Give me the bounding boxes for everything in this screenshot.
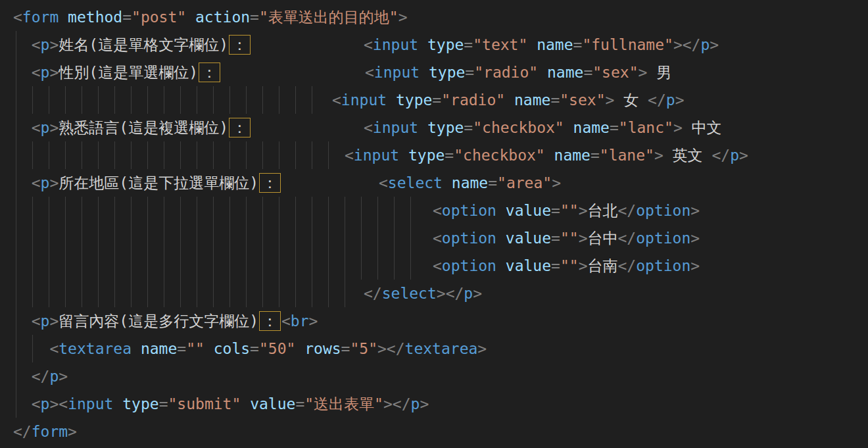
code-token: > — [477, 340, 487, 357]
code-token: type — [429, 64, 465, 81]
indent-guide — [213, 224, 214, 252]
code-token: select — [388, 174, 443, 191]
indent-guide — [377, 197, 378, 224]
indent-guide — [82, 224, 82, 252]
code-token: rows — [304, 340, 341, 357]
code-token: type — [408, 147, 445, 164]
indent-guide — [65, 224, 66, 252]
indent-guide — [32, 141, 33, 169]
indent-guide — [114, 141, 115, 169]
code-token: = — [250, 340, 259, 357]
code-token: > — [690, 230, 700, 247]
code-line-7[interactable]: <p>所在地區(這是下拉選單欄位)：<select name="area"> — [0, 169, 868, 197]
indent-guide — [114, 280, 115, 307]
code-token: "submit" — [168, 395, 241, 412]
code-line-11[interactable]: </select></p> — [0, 280, 868, 307]
code-token: > — [309, 312, 318, 330]
code-editor[interactable]: <form method="post" action="表單送出的目的地"> <… — [0, 0, 868, 448]
code-line-8[interactable]: <option value="">台北</option> — [0, 197, 868, 224]
code-token: "lanc" — [619, 119, 673, 136]
indent-guide — [82, 280, 82, 307]
code-token: p — [464, 285, 473, 302]
indent-guide — [246, 141, 247, 169]
code-line-2[interactable]: <p>姓名(這是單格文字欄位)：<input type="text" name=… — [0, 31, 868, 59]
code-token: 性別(這是單選欄位) — [59, 64, 198, 81]
code-token: = — [464, 119, 473, 136]
indent-guide — [312, 197, 312, 224]
indent-guide — [180, 280, 181, 307]
code-line-4[interactable]: <input type="radio" name="sex"> 女 </p> — [0, 86, 868, 114]
indent-guide — [262, 280, 263, 307]
code-line-13[interactable]: <textarea name="" cols="50" rows="5"></t… — [0, 335, 868, 362]
indent-guide — [16, 252, 16, 280]
code-token: < — [49, 340, 59, 357]
indent-guide — [377, 224, 378, 252]
code-token: > — [710, 36, 719, 53]
code-token: "sex" — [560, 91, 605, 109]
code-line-10[interactable]: <option value="">台南</option> — [0, 252, 868, 280]
code-line-3[interactable]: <p>性別(這是單選欄位)：<input type="radio" name="… — [0, 59, 868, 86]
indent-guide — [410, 197, 411, 224]
indent-guide — [98, 141, 99, 169]
code-token: = — [177, 340, 186, 357]
code-token: p — [49, 368, 59, 385]
code-token — [527, 36, 537, 53]
code-token: = — [159, 395, 168, 412]
indent-guide — [16, 224, 16, 252]
indent-guide — [312, 141, 312, 169]
code-line-16[interactable]: </form> — [0, 418, 868, 445]
indent-guide — [16, 390, 16, 418]
code-token: option — [442, 202, 496, 219]
indent-guide — [229, 141, 230, 169]
indent-guide — [180, 86, 181, 114]
code-token: br — [291, 312, 309, 330]
indent-guide — [295, 252, 296, 280]
indent-guide — [197, 86, 197, 114]
code-token: "text" — [473, 36, 527, 53]
code-token: type — [122, 395, 158, 412]
code-token — [545, 147, 554, 164]
code-line-5[interactable]: <p>熟悉語言(這是複選欄位)：<input type="checkbox" n… — [0, 114, 868, 141]
code-line-15[interactable]: <p><input type="submit" value="送出表單"></p… — [0, 390, 868, 418]
code-token: = — [122, 9, 132, 26]
code-token: < — [345, 147, 354, 164]
code-token: > — [49, 312, 59, 330]
code-token: "表單送出的目的地" — [259, 9, 398, 26]
code-token: option — [442, 230, 496, 247]
code-token: = — [551, 230, 560, 247]
code-token: < — [281, 312, 291, 330]
code-line-14[interactable]: </p> — [0, 362, 868, 390]
indent-guide — [361, 252, 362, 280]
code-token: > — [420, 395, 429, 412]
unicode-highlight-box: ： — [229, 118, 251, 137]
code-token: p — [41, 36, 50, 53]
indent-guide — [131, 141, 132, 169]
code-token: "送出表單" — [304, 395, 383, 412]
code-token: > — [59, 368, 68, 385]
indent-guide — [164, 280, 164, 307]
code-token: input — [68, 395, 113, 412]
indent-guide — [82, 252, 82, 280]
code-line-1[interactable]: <form method="post" action="表單送出的目的地"> — [0, 3, 868, 31]
indent-guide — [32, 280, 33, 307]
code-token: input — [354, 147, 399, 164]
code-token: type — [427, 119, 464, 136]
code-token: < — [433, 202, 442, 219]
code-token: < — [32, 395, 41, 412]
indent-guide — [49, 224, 49, 252]
code-token: 台中 — [587, 230, 617, 247]
indent-guide — [131, 86, 132, 114]
indent-guide — [131, 224, 132, 252]
indent-guide — [377, 252, 378, 280]
code-line-9[interactable]: <option value="">台中</option> — [0, 224, 868, 252]
indent-guide — [279, 141, 279, 169]
code-token — [496, 230, 506, 247]
code-token: 台南 — [587, 257, 617, 274]
indent-guide — [394, 252, 395, 280]
indent-guide — [229, 280, 230, 307]
code-line-12[interactable]: <p>留言內容(這是多行文字欄位)：<br> — [0, 307, 868, 335]
indent-guide — [213, 280, 214, 307]
indent-guide — [65, 141, 66, 169]
indent-guide — [147, 224, 148, 252]
code-line-6[interactable]: <input type="checkbox" name="lane"> 英文 <… — [0, 141, 868, 169]
